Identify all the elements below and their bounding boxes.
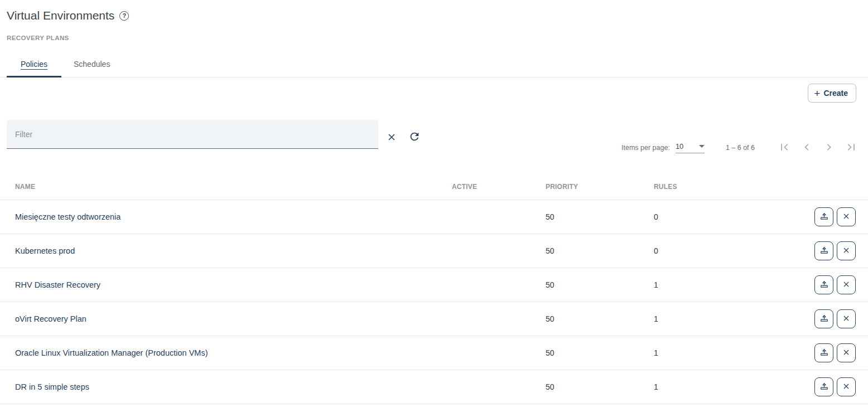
filter-input[interactable] [7, 120, 378, 148]
page-header: Virtual Environments ? RECOVERY PLANS [0, 0, 868, 41]
restore-unarchive-icon [819, 279, 830, 291]
delete-button[interactable] [837, 241, 856, 260]
table-row[interactable]: DR in 5 simple steps 50 1 [0, 370, 868, 404]
priority-value: 50 [539, 280, 647, 289]
policy-name-link[interactable]: Oracle Linux Virtualization Manager (Pro… [15, 348, 208, 357]
first-page-button[interactable] [775, 139, 793, 157]
paginator: Items per page: 10 1 – 6 of 6 [621, 139, 860, 157]
plus-icon: + [814, 88, 820, 99]
table-body: Miesięczne testy odtworzenia 50 0 [0, 200, 868, 404]
page-size-value: 10 [676, 142, 683, 151]
close-icon [386, 132, 397, 144]
column-header-priority: PRIORITY [539, 183, 647, 191]
table-header-row: NAME ACTIVE PRIORITY RULES [0, 174, 868, 200]
paginator-nav [775, 139, 860, 157]
restore-button[interactable] [814, 207, 833, 226]
filter-field [7, 120, 378, 149]
restore-button[interactable] [814, 343, 833, 362]
priority-value: 50 [539, 314, 647, 323]
controls-row: Items per page: 10 1 – 6 of 6 [0, 120, 868, 149]
next-page-button[interactable] [820, 139, 838, 157]
tab-policies-label: Policies [21, 60, 47, 69]
refresh-icon [408, 130, 421, 144]
close-icon [842, 280, 851, 290]
chevron-right-icon [822, 140, 836, 156]
policy-name-link[interactable]: Miesięczne testy odtworzenia [15, 212, 120, 221]
rules-count: 0 [647, 246, 736, 255]
policy-name-link[interactable]: oVirt Recovery Plan [15, 314, 86, 323]
table-row[interactable]: Oracle Linux Virtualization Manager (Pro… [0, 336, 868, 370]
close-icon [842, 348, 851, 358]
table-row[interactable]: Kubernetes prod 50 0 [0, 234, 868, 268]
close-icon [842, 246, 851, 256]
restore-unarchive-icon [819, 211, 830, 223]
rules-count: 1 [647, 280, 736, 289]
restore-button[interactable] [814, 309, 833, 328]
table-row[interactable]: RHV Disaster Recovery 50 1 [0, 268, 868, 302]
items-per-page-label: Items per page: [621, 144, 670, 152]
rules-count: 0 [647, 212, 736, 221]
tab-policies[interactable]: Policies [7, 51, 61, 77]
tab-schedules-label: Schedules [74, 60, 110, 69]
table-row[interactable]: oVirt Recovery Plan 50 1 [0, 302, 868, 336]
toolbar: + Create [0, 84, 868, 103]
last-page-button[interactable] [842, 139, 860, 157]
create-button-label: Create [823, 89, 848, 98]
priority-value: 50 [539, 246, 647, 255]
rules-count: 1 [647, 314, 736, 323]
first-page-icon [778, 140, 791, 156]
tab-bar: Policies Schedules [0, 51, 868, 77]
page-title: Virtual Environments [7, 8, 114, 23]
delete-button[interactable] [837, 377, 856, 396]
table-row[interactable]: Miesięczne testy odtworzenia 50 0 [0, 200, 868, 234]
close-icon [842, 314, 851, 324]
last-page-icon [845, 140, 858, 156]
restore-button[interactable] [814, 241, 833, 260]
tab-schedules[interactable]: Schedules [61, 51, 122, 77]
rules-count: 1 [647, 382, 736, 391]
close-icon [842, 212, 851, 222]
restore-unarchive-icon [819, 381, 830, 393]
restore-unarchive-icon [819, 347, 830, 359]
column-header-active: ACTIVE [445, 183, 539, 191]
restore-unarchive-icon [819, 245, 830, 257]
column-header-name: NAME [0, 183, 445, 191]
policy-name-link[interactable]: DR in 5 simple steps [15, 382, 89, 391]
refresh-button[interactable] [408, 130, 421, 144]
section-subtitle: RECOVERY PLANS [7, 35, 861, 41]
chevron-left-icon [800, 140, 813, 156]
previous-page-button[interactable] [798, 139, 816, 157]
priority-value: 50 [539, 382, 647, 391]
help-icon[interactable]: ? [119, 11, 129, 21]
policy-name-link[interactable]: Kubernetes prod [15, 246, 75, 255]
policy-name-link[interactable]: RHV Disaster Recovery [15, 280, 100, 289]
delete-button[interactable] [837, 275, 856, 294]
page-range-label: 1 – 6 of 6 [726, 144, 755, 152]
chevron-down-icon [699, 145, 705, 148]
restore-button[interactable] [814, 377, 833, 396]
page-size-select[interactable]: 10 [676, 142, 705, 153]
delete-button[interactable] [837, 343, 856, 362]
restore-unarchive-icon [819, 313, 830, 325]
priority-value: 50 [539, 348, 647, 357]
rules-count: 1 [647, 348, 736, 357]
policies-table: NAME ACTIVE PRIORITY RULES Miesięczne te… [0, 174, 868, 404]
clear-filter-button[interactable] [386, 132, 397, 144]
priority-value: 50 [539, 212, 647, 221]
column-header-rules: RULES [647, 183, 736, 191]
delete-button[interactable] [837, 207, 856, 226]
restore-button[interactable] [814, 275, 833, 294]
delete-button[interactable] [837, 309, 856, 328]
close-icon [842, 382, 851, 392]
create-button[interactable]: + Create [808, 84, 856, 103]
